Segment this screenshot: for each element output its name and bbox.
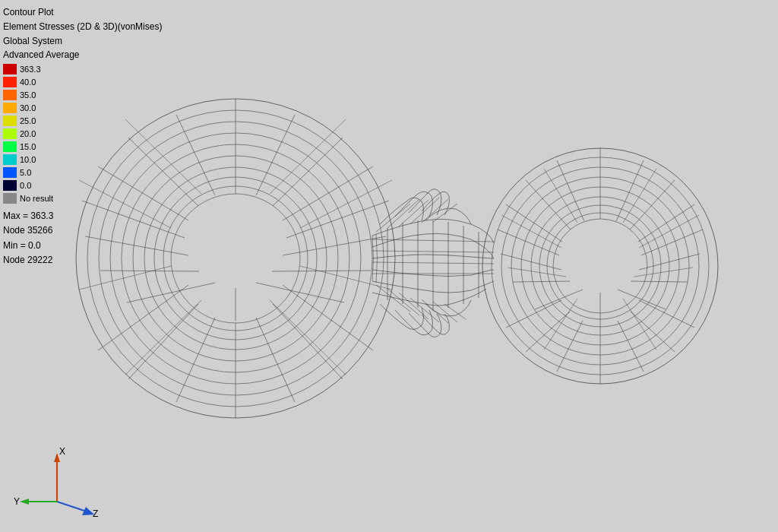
legend-value-label: 40.0	[20, 78, 36, 87]
legend-value-label: 20.0	[20, 129, 36, 138]
legend-color-box	[3, 154, 17, 165]
legend-color-box	[3, 141, 17, 152]
max-node-label: Node 35266	[3, 223, 162, 238]
legend-value-label: 35.0	[20, 90, 36, 100]
legend-color-box	[3, 64, 17, 74]
svg-text:Z: Z	[93, 508, 98, 519]
legend-item: 15.0	[3, 141, 162, 153]
no-result-label: No result	[20, 194, 53, 203]
legend-color-box	[3, 180, 17, 191]
legend-title-line4: Advanced Average	[3, 49, 162, 62]
legend-item: 40.0	[3, 76, 162, 88]
legend-value-label: 15.0	[20, 142, 36, 151]
legend-title-line1: Contour Plot	[3, 6, 162, 19]
legend-color-box	[3, 77, 17, 87]
legend-value-label: 5.0	[20, 168, 31, 177]
legend-value-label: 10.0	[20, 155, 36, 164]
max-value-label: Max = 363.3	[3, 209, 162, 223]
legend-color-box	[3, 90, 17, 100]
legend-color-box	[3, 128, 17, 139]
min-node-label: Node 29222	[3, 253, 162, 268]
legend-item: 363.3	[3, 63, 162, 75]
legend-item: 5.0	[3, 166, 162, 179]
no-result-color-box	[3, 193, 17, 204]
legend-item: 10.0	[3, 154, 162, 166]
legend-title-line2: Element Stresses (2D & 3D)(vonMises)	[3, 21, 162, 33]
legend-item: 20.0	[3, 128, 162, 140]
svg-text:X: X	[59, 446, 65, 457]
legend-color-list: 363.340.035.030.025.020.015.010.05.00.0	[3, 63, 162, 192]
min-value-label: Min = 0.0	[3, 239, 162, 253]
stats-panel: Max = 363.3 Node 35266 Min = 0.0 Node 29…	[3, 209, 162, 268]
no-result-item: No result	[3, 192, 162, 204]
legend-color-box	[3, 103, 17, 113]
main-container: X Y Z Contour Plot Element Stresses (2D …	[0, 0, 778, 532]
legend-item: 0.0	[3, 179, 162, 192]
legend-color-box	[3, 167, 17, 178]
svg-text:Y: Y	[14, 496, 20, 507]
legend-item: 25.0	[3, 115, 162, 127]
legend-value-label: 30.0	[20, 103, 36, 112]
legend-panel: Contour Plot Element Stresses (2D & 3D)(…	[3, 6, 162, 268]
legend-item: 35.0	[3, 89, 162, 101]
legend-color-box	[3, 116, 17, 126]
legend-item: 30.0	[3, 102, 162, 114]
legend-title-line3: Global System	[3, 35, 162, 48]
legend-value-label: 0.0	[20, 181, 31, 190]
legend-value-label: 363.3	[20, 65, 41, 74]
legend-value-label: 25.0	[20, 116, 36, 125]
